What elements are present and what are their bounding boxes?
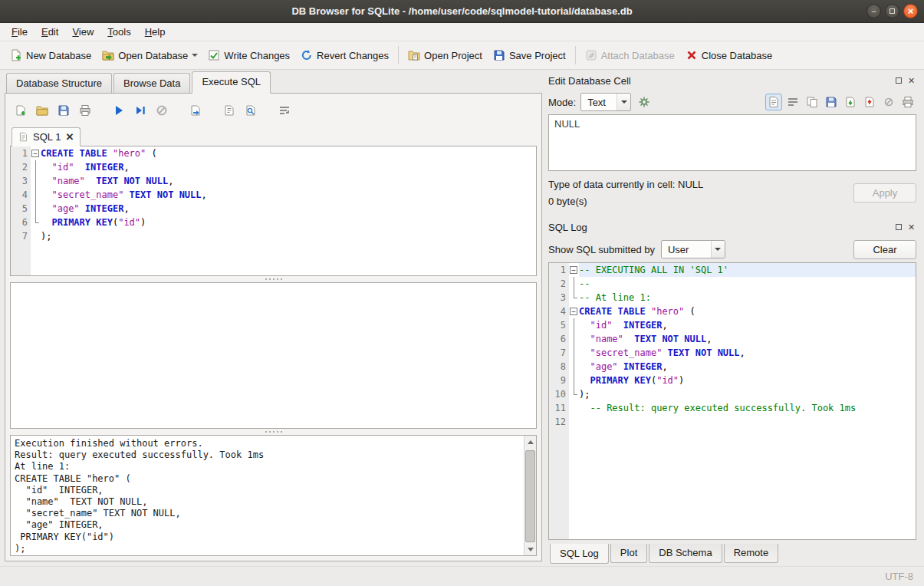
close-panel-icon[interactable]: ✕ (906, 76, 916, 86)
menu-view[interactable]: View (65, 24, 100, 40)
import-icon (223, 104, 235, 117)
find-replace-button[interactable] (242, 101, 260, 120)
open-database-dropdown-icon[interactable] (192, 54, 198, 57)
code-line[interactable]: 1−CREATE TABLE "hero" ( (11, 146, 536, 160)
open-database-button[interactable]: Open Database (97, 45, 193, 65)
scrollbar-thumb[interactable] (525, 450, 535, 542)
menu-edit[interactable]: Edit (35, 24, 65, 40)
apply-button[interactable]: Apply (853, 183, 916, 202)
new-database-button[interactable]: New Database (5, 45, 97, 65)
tab-remote[interactable]: Remote (724, 544, 779, 563)
execute-current-line-button[interactable] (131, 101, 150, 120)
copy-cell-button[interactable] (804, 94, 820, 110)
import-button[interactable] (220, 101, 238, 120)
menu-help[interactable]: Help (138, 24, 173, 40)
fold-marker-icon[interactable]: − (569, 263, 579, 277)
mode-combobox[interactable]: Text (580, 93, 631, 111)
submitted-by-combobox[interactable]: User (661, 240, 725, 258)
code-line[interactable]: 5 "age" INTEGER, (11, 202, 536, 216)
revert-changes-icon (301, 49, 313, 61)
code-line[interactable]: 1−-- EXECUTING ALL IN 'SQL 1' (549, 263, 916, 277)
fold-guide (569, 291, 579, 305)
float-panel-icon[interactable] (893, 222, 903, 232)
line-number: 7 (549, 346, 569, 360)
sql-editor[interactable]: 1−CREATE TABLE "hero" (2 "id" INTEGER,3 … (10, 146, 537, 276)
code-line[interactable]: 3-- At line 1: (549, 291, 916, 305)
splitter-handle[interactable] (10, 276, 537, 282)
code-line[interactable]: 2-- (549, 277, 916, 291)
tab-sql-log[interactable]: SQL Log (550, 544, 609, 564)
word-wrap-button[interactable] (275, 101, 294, 120)
open-project-button[interactable]: Open Project (403, 45, 488, 65)
export-button[interactable] (186, 101, 205, 120)
revert-changes-label: Revert Changes (317, 50, 389, 61)
scroll-up-button[interactable] (524, 436, 536, 448)
line-number: 3 (11, 174, 31, 188)
code-line[interactable]: 11 -- Result: query executed successfull… (549, 401, 916, 415)
clear-log-button[interactable]: Clear (853, 240, 916, 259)
titlebar[interactable]: DB Browser for SQLite - /home/user/code/… (0, 0, 924, 23)
code-line[interactable]: 6 PRIMARY KEY("id") (11, 216, 536, 229)
menu-tools[interactable]: Tools (100, 24, 137, 40)
sql-log-viewer[interactable]: 1−-- EXECUTING ALL IN 'SQL 1'2--3-- At l… (548, 262, 916, 540)
minimize-button[interactable]: − (866, 4, 881, 18)
encoding-indicator[interactable]: UTF-8 (885, 571, 913, 582)
close-tab-icon[interactable]: ✕ (65, 132, 74, 142)
code-line[interactable]: 7); (11, 229, 536, 243)
scroll-up-icon (528, 440, 534, 444)
code-line[interactable]: 9 PRIMARY KEY("id") (549, 374, 916, 387)
print-cell-button[interactable] (899, 94, 916, 110)
tab-database-structure[interactable]: Database Structure (6, 73, 112, 93)
results-scrollbar[interactable] (524, 436, 536, 555)
fold-marker-icon[interactable]: − (569, 305, 579, 318)
stop-button[interactable] (153, 101, 171, 120)
print-icon (902, 96, 914, 108)
import-cell-button[interactable] (842, 94, 859, 110)
close-button[interactable]: × (903, 4, 918, 18)
text-mode-button[interactable] (765, 94, 782, 110)
cell-value-editor[interactable]: NULL (548, 114, 916, 171)
code-line[interactable]: 4 "secret_name" TEXT NOT NULL, (11, 188, 536, 202)
code-line[interactable]: 6 "name" TEXT NOT NULL, (549, 332, 916, 346)
tab-execute-sql[interactable]: Execute SQL (192, 71, 271, 94)
apply-format-button[interactable] (636, 94, 653, 110)
maximize-button[interactable] (885, 4, 899, 18)
stop-icon (156, 104, 168, 117)
execute-all-button[interactable] (110, 101, 128, 120)
results-grid[interactable] (10, 282, 537, 429)
code-line[interactable]: 7 "secret_name" TEXT NOT NULL, (549, 346, 916, 360)
set-null-button[interactable] (880, 94, 897, 110)
tab-plot[interactable]: Plot (610, 544, 647, 563)
revert-changes-button[interactable]: Revert Changes (295, 45, 394, 65)
save-project-button[interactable]: Save Project (488, 45, 571, 65)
print-button[interactable] (76, 101, 94, 120)
code-line[interactable]: 8 "age" INTEGER, (549, 360, 916, 374)
close-panel-icon[interactable]: ✕ (906, 222, 916, 232)
word-wrap-cell-button[interactable] (784, 94, 801, 110)
splitter-handle[interactable] (10, 429, 537, 435)
code-line[interactable]: 2 "id" INTEGER, (11, 160, 536, 174)
execution-results-pane[interactable]: Execution finished without errors. Resul… (10, 435, 537, 556)
code-line[interactable]: 10); (549, 387, 916, 401)
close-database-button[interactable]: Close Database (680, 45, 778, 65)
scroll-down-button[interactable] (524, 543, 536, 555)
save-cell-button[interactable] (823, 94, 840, 110)
fold-guide (569, 346, 579, 360)
save-sql-file-button[interactable] (54, 101, 73, 120)
code-line[interactable]: 12 (549, 415, 916, 429)
sql-file-tab[interactable]: SQL 1 ✕ (12, 127, 81, 146)
fold-marker-icon[interactable]: − (31, 146, 41, 160)
new-tab-button[interactable] (12, 101, 30, 120)
code-line[interactable]: 5 "id" INTEGER, (549, 318, 916, 332)
float-panel-icon[interactable] (893, 76, 903, 86)
tab-browse-data[interactable]: Browse Data (113, 73, 190, 93)
code-line[interactable]: 3 "name" TEXT NOT NULL, (11, 174, 536, 188)
code-line[interactable]: 4−CREATE TABLE "hero" ( (549, 305, 916, 318)
tab-db-schema[interactable]: DB Schema (649, 544, 722, 563)
menu-file[interactable]: File (5, 24, 35, 40)
code-text: "id" INTEGER, (579, 318, 916, 332)
export-cell-button[interactable] (861, 94, 878, 110)
attach-database-button[interactable]: Attach Database (580, 45, 680, 65)
write-changes-button[interactable]: Write Changes (202, 45, 295, 65)
open-sql-file-button[interactable] (33, 101, 51, 120)
